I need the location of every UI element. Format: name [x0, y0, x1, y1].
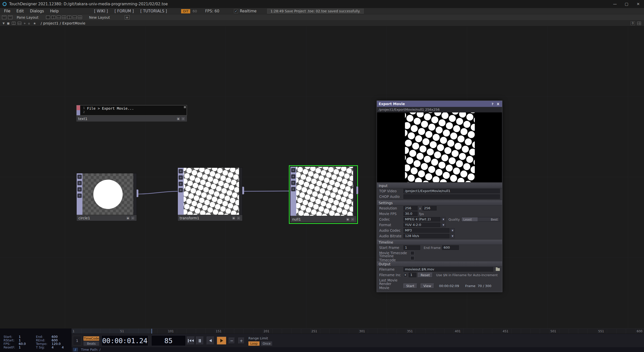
rstart-value[interactable]: 1 [19, 339, 36, 342]
node-null1[interactable]: null1 ● + [290, 167, 356, 222]
maximize-button[interactable]: ▢ [621, 0, 632, 8]
audio-codec-field[interactable]: MP3 [403, 228, 449, 233]
resolution-width-field[interactable]: 256 [403, 206, 418, 210]
render-flag-button[interactable] [179, 182, 183, 186]
render-start-button[interactable]: Start [403, 284, 417, 288]
codec-dropdown-icon[interactable]: ▼ [441, 217, 445, 222]
movie-timecode-checkbox[interactable] [411, 251, 414, 255]
oit-badge[interactable]: OIT [181, 9, 190, 13]
tutorials-link[interactable]: [ TUTORIALS ] [140, 9, 167, 13]
tsig-denominator[interactable]: 4 [62, 346, 64, 349]
viewer-flag-button[interactable] [291, 168, 295, 172]
viewer-flag-button[interactable] [77, 175, 82, 179]
network-editor[interactable]: 1 2 File > Export Movie... text1 ● + [0, 26, 644, 328]
start-value[interactable]: 1 [19, 335, 36, 338]
lock-flag-button[interactable] [291, 187, 295, 191]
clone-flag-button[interactable] [291, 174, 295, 179]
loop-button[interactable]: Loop [248, 341, 260, 346]
filename-field[interactable]: movieout.$N.mov [403, 267, 493, 272]
menu-help[interactable]: Help [47, 9, 62, 13]
home-icon[interactable]: ⌂ [28, 22, 30, 25]
audio-bitrate-dropdown-icon[interactable]: ▼ [450, 234, 455, 238]
pause-button[interactable] [196, 337, 204, 345]
chop-audio-field[interactable] [403, 194, 500, 199]
format-dropdown-icon[interactable]: ▼ [441, 223, 445, 227]
node-add-button[interactable]: + [237, 216, 241, 220]
layout-preset-left[interactable] [67, 16, 71, 19]
top-video-field[interactable]: /project1/ExportMovie/null1 [403, 189, 500, 193]
fps-value[interactable]: 60.0 [19, 342, 36, 345]
play-forward-button[interactable] [217, 337, 226, 345]
bookmark-star-icon[interactable]: ★ [33, 21, 36, 25]
resetf-value[interactable]: 1 [19, 346, 36, 349]
viewer-flag-button[interactable] [179, 169, 183, 173]
dialog-help-button[interactable]: ? [490, 102, 495, 106]
fps-display[interactable]: FPS: 60 [205, 9, 219, 13]
node-name[interactable]: circle1 [78, 216, 90, 220]
layout-preset-vsplit[interactable] [51, 16, 55, 19]
pane-type-chevron-icon[interactable]: ▼ [3, 22, 5, 25]
lock-flag-button[interactable] [77, 194, 82, 198]
node-viewer-button[interactable]: ● [126, 216, 130, 220]
menu-dialogs[interactable]: Dialogs [27, 9, 47, 13]
node-transform1[interactable]: transform1 ● + [178, 168, 243, 221]
breadcrumb[interactable]: / project1 / ExportMovie [41, 21, 85, 25]
dialog-close-button[interactable]: X [496, 102, 500, 106]
once-button[interactable]: Once [261, 341, 272, 346]
filename-inc-field[interactable]: 1 [409, 273, 416, 277]
frame-display[interactable]: 85 [151, 335, 186, 346]
split-vertical-icon[interactable] [12, 22, 15, 25]
output-connector[interactable] [137, 190, 138, 197]
codec-field[interactable]: MPEG 4 (Part 2) [403, 217, 440, 222]
maximize-pane-icon[interactable]: ■ [7, 22, 9, 25]
track-number-field[interactable]: 1 [73, 336, 81, 345]
clone-flag-button[interactable] [179, 175, 183, 180]
minimize-button[interactable]: — [609, 0, 621, 8]
close-button[interactable]: ✕ [632, 0, 644, 8]
clone-flag-button[interactable] [77, 181, 82, 185]
node-name[interactable]: transform1 [180, 216, 199, 220]
node-name[interactable]: null1 [292, 217, 301, 221]
folder-browse-icon[interactable] [496, 268, 500, 271]
timeline-ruler[interactable]: 1 51 101 151 201 251 301 351 401 451 501… [72, 328, 644, 334]
layout-preset-bottom[interactable] [73, 16, 77, 19]
jump-to-start-button[interactable] [187, 337, 195, 345]
menu-edit[interactable]: Edit [13, 9, 27, 13]
node-add-button[interactable]: + [181, 117, 185, 121]
pane-menu-icon[interactable] [8, 15, 12, 19]
realtime-checkbox-icon[interactable]: ✓ [234, 9, 238, 13]
time-path-icon[interactable]: / [73, 348, 78, 351]
node-add-button[interactable]: + [351, 217, 355, 221]
rend-value[interactable]: 600 [52, 339, 62, 342]
pane-layout-label[interactable]: Pane Layout [17, 15, 38, 19]
playhead[interactable] [152, 329, 152, 334]
dialog-title-bar[interactable]: Export Movie ? X [377, 101, 502, 107]
grid-options-icon[interactable] [637, 22, 641, 25]
add-layout-button[interactable]: + [125, 15, 130, 19]
node-text1[interactable]: 1 2 File > Export Movie... text1 ● + [76, 105, 187, 122]
timeline-timecode-checkbox[interactable] [411, 256, 414, 260]
node-viewer-button[interactable]: ● [346, 217, 350, 221]
timecode-display[interactable]: 00:00:01.24 [101, 335, 148, 346]
audio-codec-dropdown-icon[interactable]: ▼ [450, 228, 455, 233]
realtime-label[interactable]: Realtime [240, 9, 256, 13]
quality-slider[interactable]: Least Best [461, 217, 500, 222]
add-pane-icon[interactable]: + [24, 22, 26, 25]
output-connector[interactable] [242, 187, 244, 194]
render-flag-button[interactable] [291, 181, 295, 185]
node-add-button[interactable]: + [131, 216, 135, 220]
start-frame-field[interactable]: 1 [403, 245, 420, 250]
layout-preset-mixed[interactable] [78, 16, 82, 19]
new-layout-label[interactable]: New Layout [89, 15, 110, 19]
movie-fps-field[interactable]: 30.0 [403, 212, 418, 216]
layout-preset-hsplit[interactable] [57, 16, 61, 19]
node-viewer-button[interactable]: ● [232, 216, 236, 220]
end-value[interactable]: 600 [52, 335, 62, 338]
layout-preset-quad[interactable] [62, 16, 66, 19]
reset-button[interactable]: Reset [418, 273, 433, 277]
node-circle1[interactable]: circle1 ● + [76, 173, 137, 221]
wiki-link[interactable]: [ WIKI ] [94, 9, 108, 13]
layout-preset-single[interactable] [46, 16, 50, 19]
timecode-mode-button[interactable]: TimeCode [83, 336, 99, 341]
render-flag-button[interactable] [77, 187, 82, 192]
